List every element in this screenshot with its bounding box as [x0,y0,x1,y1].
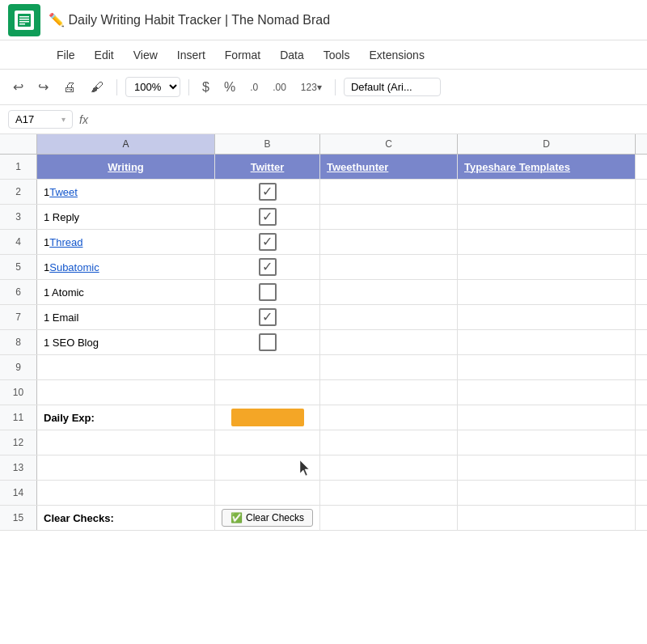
checkbox-b3[interactable]: ✓ [259,208,277,226]
more-formats-button[interactable]: 123▾ [296,78,327,96]
menu-extensions[interactable]: Extensions [361,45,432,65]
cell-a9 [37,355,215,379]
cell-b4[interactable]: ✓ [215,230,320,254]
col-header-a[interactable]: A [37,134,215,154]
table-row: 7 1 Email ✓ [0,305,647,330]
cell-b3[interactable]: ✓ [215,205,320,229]
title-bar: ✏️ Daily Writing Habit Tracker | The Nom… [0,0,647,40]
subatomic-link[interactable]: Subatomic [49,261,99,273]
col-header-c[interactable]: C [320,134,458,154]
menu-insert[interactable]: Insert [169,45,214,65]
cell-c10 [320,380,458,405]
cell-a8: 1 SEO Blog [37,330,215,354]
spreadsheet: A B C D 1 Writing Twitter Tweethunter Ty… [0,134,647,531]
currency-button[interactable]: $ [197,77,214,98]
menu-view[interactable]: View [125,45,166,65]
cell-b11 [215,405,320,430]
toolbar-divider-1 [116,79,117,95]
table-row: 9 [0,355,647,380]
cell-b9 [215,355,320,379]
table-row: 12 [0,430,647,455]
checkbox-b2[interactable]: ✓ [259,183,277,201]
thread-link[interactable]: Thread [49,236,82,248]
checkbox-b4[interactable]: ✓ [259,233,277,251]
checkbox-b5[interactable]: ✓ [259,258,277,276]
row-num-8: 8 [0,330,37,354]
cell-d15 [458,506,636,530]
cursor-icon [300,460,311,477]
cell-d1: Typeshare Templates [458,155,636,179]
cell-b2[interactable]: ✓ [215,180,320,204]
percent-button[interactable]: % [219,77,240,98]
cell-c6 [320,280,458,304]
row-num-10: 10 [0,380,37,405]
cell-a15: Clear Checks: [37,506,215,530]
column-headers: A B C D [0,134,647,155]
cell-b8[interactable] [215,330,320,354]
cell-d5 [458,255,636,279]
paint-format-button[interactable]: 🖌 [86,77,108,98]
row-num-13: 13 [0,455,37,480]
cell-b1: Twitter [215,155,320,179]
clear-checks-button[interactable]: ✅ Clear Checks [222,509,313,527]
toolbar-divider-3 [335,79,336,95]
print-button[interactable]: 🖨 [58,77,81,98]
cell-reference[interactable]: A17 ▾ [8,110,73,129]
formula-input[interactable] [95,112,639,127]
toolbar: ↩ ↪ 🖨 🖌 100% 75% 125% $ % .0 .00 123▾ De… [0,70,647,105]
table-row: 10 [0,380,647,405]
cell-b7[interactable]: ✓ [215,305,320,329]
undo-button[interactable]: ↩ [8,76,28,98]
menu-data[interactable]: Data [272,45,312,65]
cell-d3 [458,205,636,229]
cell-d8 [458,330,636,354]
col-header-d[interactable]: D [458,134,636,154]
zoom-select[interactable]: 100% 75% 125% [125,77,180,97]
cell-b14 [215,481,320,505]
menu-tools[interactable]: Tools [315,45,358,65]
cell-d14 [458,481,636,505]
col-header-b[interactable]: B [215,134,320,154]
cell-b13 [215,455,320,480]
svg-rect-4 [19,23,25,25]
cell-a12 [37,430,215,455]
redo-button[interactable]: ↪ [33,76,53,98]
checkbox-b6[interactable] [259,283,277,301]
cell-b5[interactable]: ✓ [215,255,320,279]
menu-edit[interactable]: Edit [87,45,122,65]
row-num-3: 3 [0,205,37,229]
clear-checks-icon: ✅ [230,512,243,523]
cell-c5 [320,255,458,279]
cell-c11 [320,405,458,430]
checkbox-b7[interactable]: ✓ [259,308,277,326]
cell-a4: 1 Thread [37,230,215,254]
svg-rect-3 [19,21,29,23]
cell-b10 [215,380,320,405]
cell-a3: 1 Reply [37,205,215,229]
cell-a5: 1 Subatomic [37,255,215,279]
cell-d4 [458,230,636,254]
daily-exp-row: 11 Daily Exp: [0,405,647,430]
tweet-link[interactable]: Tweet [49,186,78,198]
decimal-less-button[interactable]: .0 [245,78,263,96]
decimal-more-button[interactable]: .00 [268,78,291,96]
checkbox-b8[interactable] [259,333,277,351]
clear-checks-row: 15 Clear Checks: ✅ Clear Checks [0,506,647,531]
svg-rect-2 [19,19,29,20]
row-num-12: 12 [0,430,37,455]
cell-d6 [458,280,636,304]
cell-d9 [458,355,636,379]
row-num-15: 15 [0,506,37,530]
cell-c4 [320,230,458,254]
menu-format[interactable]: Format [217,45,269,65]
cell-a2: 1 Tweet [37,180,215,204]
row-num-corner [0,134,37,154]
menu-file[interactable]: File [49,45,83,65]
cell-d13 [458,455,636,480]
cell-c2 [320,180,458,204]
cell-b12 [215,430,320,455]
font-selector[interactable]: Default (Ari... [344,78,441,96]
cell-b6[interactable] [215,280,320,304]
cell-c12 [320,430,458,455]
cell-a6: 1 Atomic [37,280,215,304]
